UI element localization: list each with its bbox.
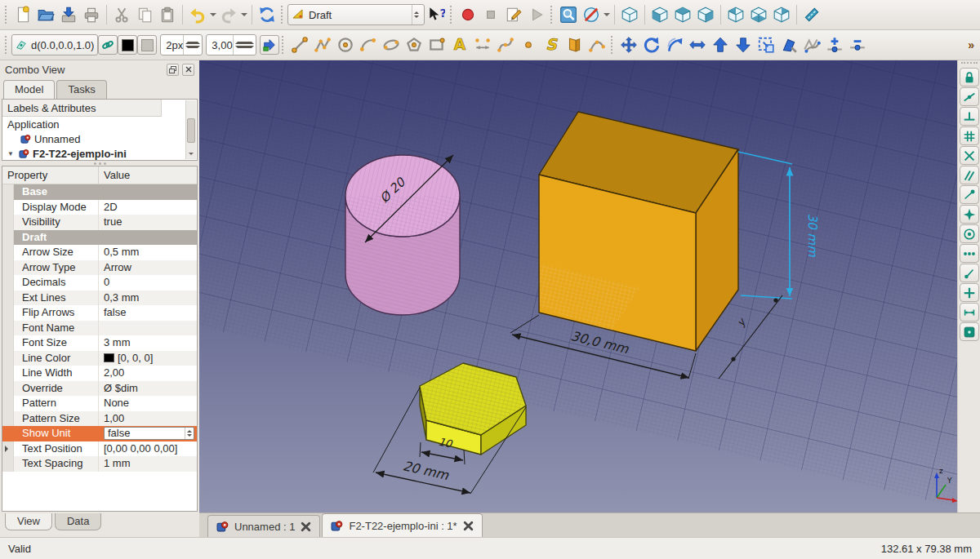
draft-scale-button[interactable]: [755, 33, 777, 56]
snap-center-button[interactable]: [960, 224, 979, 243]
toolbar-grip[interactable]: [5, 6, 7, 24]
paste-button[interactable]: [156, 3, 179, 26]
draft-add-point-button[interactable]: [823, 33, 846, 56]
view-axonometric-button[interactable]: [618, 3, 641, 26]
draft-bspline-button[interactable]: [494, 33, 517, 56]
show-unit-spin-arrows[interactable]: [185, 428, 194, 439]
refresh-button[interactable]: [256, 3, 278, 26]
panel-close-button[interactable]: [182, 64, 194, 76]
toolbar-grip[interactable]: [550, 6, 553, 24]
draft-subelement-button[interactable]: [777, 33, 800, 56]
toolbar-grip[interactable]: [611, 36, 613, 54]
redo-dropdown-caret[interactable]: [240, 3, 248, 26]
snap-lock-button[interactable]: [960, 68, 979, 87]
toolbar-grip[interactable]: [450, 6, 452, 24]
macro-edit-button[interactable]: [502, 3, 525, 26]
expander-icon[interactable]: ▼: [7, 150, 16, 157]
draft-bezier-button[interactable]: [586, 33, 608, 56]
property-row[interactable]: Arrow Size0,5 mm: [2, 245, 197, 260]
property-row[interactable]: Font Size3 mm: [2, 335, 197, 351]
tab-tasks[interactable]: Tasks: [56, 80, 106, 99]
document-tab-unnamed[interactable]: Unnamed : 1: [207, 515, 320, 537]
view-front-button[interactable]: [648, 3, 671, 26]
macro-stop-button[interactable]: [479, 3, 502, 26]
tab-model[interactable]: Model: [3, 80, 55, 99]
property-row[interactable]: Ext Lines0,3 mm: [2, 291, 197, 306]
property-row[interactable]: Pattern Size1,00: [2, 411, 197, 427]
property-row[interactable]: Display Mode2D: [2, 200, 197, 215]
cut-button[interactable]: [110, 3, 133, 26]
cylinder-object[interactable]: [345, 155, 460, 315]
font-size-spin-arrows[interactable]: [233, 35, 256, 55]
property-row[interactable]: Text Spacing1 mm: [2, 456, 197, 472]
draft-arc-button[interactable]: [357, 33, 380, 56]
macro-record-button[interactable]: [457, 3, 479, 26]
snap-extension-button[interactable]: [960, 283, 979, 302]
draft-offset-button[interactable]: [663, 33, 686, 56]
draft-text-button[interactable]: A: [448, 33, 471, 56]
undo-dropdown-caret[interactable]: [209, 3, 217, 26]
toolbar-grip[interactable]: [961, 62, 978, 65]
whats-this-button[interactable]: ?: [425, 3, 448, 26]
view-right-button[interactable]: [694, 3, 717, 26]
line-width-spin-arrows[interactable]: [183, 35, 202, 55]
draft-rotate-button[interactable]: [640, 33, 663, 56]
property-row-text-position[interactable]: Text Position[0,00 0,00 0,00]: [2, 441, 197, 457]
snap-working-plane-button[interactable]: [960, 322, 979, 341]
draft-downgrade-button[interactable]: [732, 33, 755, 56]
snap-midpoint-button[interactable]: [960, 87, 979, 106]
draft-rectangle-button[interactable]: [425, 33, 448, 56]
tree-scrollbar[interactable]: [185, 100, 196, 159]
snap-grid-button[interactable]: [960, 126, 979, 145]
construction-mode-button[interactable]: [98, 35, 118, 55]
tree-item-document[interactable]: ▼ F2-T22-ejemplo-ini: [2, 146, 197, 161]
property-row[interactable]: PatternNone: [2, 396, 197, 411]
value-column-header[interactable]: Value: [99, 166, 197, 184]
draw-style-button[interactable]: [580, 3, 603, 26]
draft-move-button[interactable]: [617, 33, 640, 56]
new-file-button[interactable]: [11, 3, 34, 26]
property-row[interactable]: Flip Arrowsfalse: [2, 305, 197, 321]
draft-polygon-button[interactable]: [403, 33, 425, 56]
tree-item-unnamed[interactable]: Unnamed: [2, 131, 197, 146]
property-row-show-unit[interactable]: Show Unitfalse: [2, 426, 197, 441]
draft-line-button[interactable]: [288, 33, 311, 56]
box-object[interactable]: [539, 112, 738, 351]
draw-style-dropdown-caret[interactable]: [603, 3, 611, 26]
undo-button[interactable]: [186, 3, 209, 26]
property-row[interactable]: OverrideØ $dim: [2, 381, 197, 397]
draft-ellipse-button[interactable]: [380, 33, 403, 56]
toolbar-overflow-chevron[interactable]: »: [968, 38, 978, 51]
redo-button[interactable]: [217, 3, 240, 26]
property-group-base[interactable]: Base: [2, 184, 197, 200]
property-row[interactable]: Arrow TypeArrow: [2, 260, 197, 276]
tab-data[interactable]: Data: [55, 513, 101, 530]
toolbar-grip[interactable]: [282, 36, 284, 54]
draft-circle-button[interactable]: [334, 33, 357, 56]
view-rear-button[interactable]: [724, 3, 747, 26]
property-group-draft[interactable]: Draft: [2, 230, 197, 246]
draft-upgrade-button[interactable]: [709, 33, 732, 56]
3d-viewport[interactable]: Ø 20 30 mm 30,0 mm y: [199, 60, 957, 512]
workbench-selector-spin[interactable]: [412, 5, 421, 24]
view-top-button[interactable]: [671, 3, 694, 26]
toolbar-grip[interactable]: [281, 6, 283, 24]
line-width-spinbox[interactable]: 2px: [160, 34, 203, 55]
snap-intersection-button[interactable]: [960, 146, 979, 165]
workbench-selector[interactable]: Draft: [287, 4, 425, 25]
macro-play-button[interactable]: [525, 3, 548, 26]
face-color-button[interactable]: [137, 35, 157, 55]
draft-shapestring-button[interactable]: S: [540, 33, 563, 56]
scrollbar-down-arrow[interactable]: [187, 149, 195, 158]
draft-point-button[interactable]: [517, 33, 540, 56]
scrollbar-thumb[interactable]: [187, 118, 195, 143]
snap-endpoint-button[interactable]: [960, 185, 979, 204]
draft-facebinder-button[interactable]: [563, 33, 586, 56]
view-bottom-button[interactable]: [747, 3, 770, 26]
snap-dimensions-button[interactable]: [960, 303, 979, 322]
panel-float-button[interactable]: [167, 64, 179, 76]
font-size-spinbox[interactable]: 3,00: [206, 34, 256, 55]
open-file-button[interactable]: [34, 3, 57, 26]
property-row[interactable]: Font Name: [2, 321, 197, 336]
document-tab-active[interactable]: F2-T22-ejemplo-ini : 1*: [322, 513, 482, 537]
